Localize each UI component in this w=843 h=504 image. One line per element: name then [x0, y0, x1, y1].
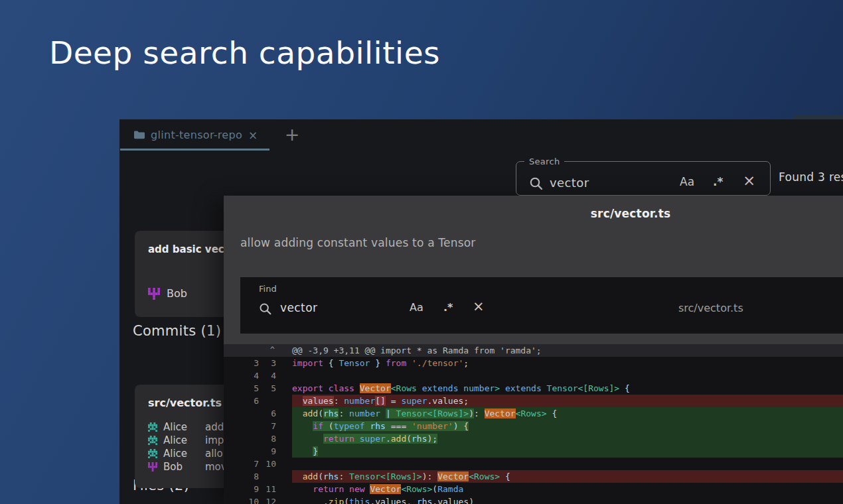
row-author: Alice [163, 421, 205, 433]
find-bar: Find vector Aa .* × src/vector.ts [240, 277, 843, 334]
diff-code: return super.add(rhs); [292, 432, 843, 445]
diff-line: 7 if (typeof rhs === 'number') { [224, 420, 843, 432]
diff-line: 44 [224, 369, 843, 382]
find-match-case-icon[interactable]: Aa [410, 301, 423, 314]
file-card-title: src/vector.ts [148, 397, 222, 409]
page: { "hero": { "title": "Deep search capabi… [0, 0, 843, 504]
diff-code: if (typeof rhs === 'number') { [292, 420, 843, 432]
commits-heading: Commits (1) [133, 323, 221, 339]
diff-gutter: 33 [224, 357, 292, 369]
diff-gutter: 6 [224, 395, 292, 407]
page-title: Deep search capabilities [49, 34, 440, 71]
diff-code: values: number[] = super.values; [292, 395, 843, 407]
diff-line: 1012 .zip(this.values, rhs.values) [224, 495, 843, 504]
search-results-count: Found 3 results [779, 170, 843, 184]
row-author: Alice [163, 434, 205, 446]
match-case-icon[interactable]: Aa [680, 175, 694, 188]
active-tab-underline [120, 149, 269, 151]
diff-line: 8 add(rhs: Tensor<[Rows]>): Vector<Rows>… [224, 470, 843, 483]
row-message: allo [205, 448, 223, 460]
diff-gutter: ^ [224, 344, 292, 357]
diff-gutter: 9 [224, 445, 292, 458]
search-match-highlight: Vector [485, 409, 516, 418]
avatar-alice [148, 422, 157, 432]
collapse-hunk-icon[interactable]: ^ [240, 344, 275, 357]
diff-code: .zip(this.values, rhs.values) [292, 495, 843, 504]
diff-line: ^@@ -3,9 +3,11 @@ import * as Ramda from… [224, 344, 843, 357]
search-legend: Search [524, 157, 564, 166]
diff-code: export class Vector<Rows extends number>… [292, 382, 843, 395]
find-regex-icon[interactable]: .* [443, 301, 453, 314]
diff-line: 6 values: number[] = super.values; [224, 395, 843, 407]
regex-icon[interactable]: .* [713, 175, 723, 188]
diff-code: return new Vector<Rows>(Ramda [292, 483, 843, 495]
find-search-icon [258, 302, 273, 316]
search-match-highlight: Vector [360, 383, 391, 393]
diff-line: 55export class Vector<Rows extends numbe… [224, 382, 843, 395]
file-detail-title: src/vector.ts [591, 207, 671, 220]
search-input[interactable]: vector [550, 176, 589, 190]
diff-code [292, 458, 843, 470]
diff-line: 8 return super.add(rhs); [224, 432, 843, 445]
diff-line: 9 } [224, 445, 843, 458]
diff-code [292, 369, 843, 382]
tab-close-icon[interactable]: × [248, 129, 258, 142]
diff-view: ^@@ -3,9 +3,11 @@ import * as Ramda from… [224, 344, 843, 504]
diff-gutter: 1012 [224, 495, 292, 504]
global-search-box[interactable]: Search vector Aa .* × [516, 157, 771, 196]
diff-code: @@ -3,9 +3,11 @@ import * as Ramda from … [292, 344, 843, 357]
row-author: Bob [163, 461, 205, 473]
diff-line: 710 [224, 458, 843, 470]
diff-gutter: 710 [224, 458, 292, 470]
find-label: Find [259, 284, 277, 294]
commit-subject: allow adding constant values to a Tensor [240, 236, 476, 249]
folder-icon [134, 131, 145, 139]
search-match-highlight: Vector [370, 484, 401, 494]
diff-line: 6 add(rhs: number | Tensor<[Rows]>): Vec… [224, 407, 843, 420]
find-filename: src/vector.ts [678, 302, 743, 314]
diff-gutter: 6 [224, 407, 292, 420]
search-icon [528, 176, 544, 192]
avatar-bob [148, 288, 160, 300]
diff-gutter: 911 [224, 483, 292, 495]
avatar-alice [148, 449, 157, 458]
row-message: imp [205, 434, 224, 446]
diff-line: 33import { Tensor } from './tensor'; [224, 357, 843, 369]
row-message: add [205, 421, 224, 433]
tab-repo[interactable]: glint-tensor-repo × [119, 119, 269, 151]
avatar-alice [148, 436, 157, 445]
find-input[interactable]: vector [280, 301, 317, 314]
commit-author-name: Bob [167, 287, 187, 300]
file-detail-panel: src/vector.ts allow adding constant valu… [224, 196, 843, 504]
new-tab-button[interactable]: + [280, 123, 304, 147]
diff-gutter: 8 [224, 470, 292, 483]
search-match-highlight: Vector [437, 472, 469, 481]
avatar-bob [148, 462, 157, 472]
diff-gutter: 8 [224, 432, 292, 445]
diff-code: add(rhs: number | Tensor<[Rows]>): Vecto… [292, 407, 843, 420]
row-author: Alice [163, 448, 205, 460]
clear-search-icon[interactable]: × [743, 172, 755, 189]
diff-gutter: 7 [224, 420, 292, 432]
tab-bar: glint-tensor-repo × + [119, 119, 843, 151]
commit-author-row: Bob [148, 287, 187, 300]
diff-line: 911 return new Vector<Rows>(Ramda [224, 483, 843, 495]
tab-label: glint-tensor-repo [151, 129, 242, 141]
diff-code: } [292, 445, 843, 458]
find-close-icon[interactable]: × [473, 298, 485, 314]
diff-code: add(rhs: Tensor<[Rows]>): Vector<Rows> { [292, 470, 843, 483]
diff-code: import { Tensor } from './tensor'; [292, 357, 843, 369]
diff-gutter: 44 [224, 369, 292, 382]
diff-gutter: 55 [224, 382, 292, 395]
